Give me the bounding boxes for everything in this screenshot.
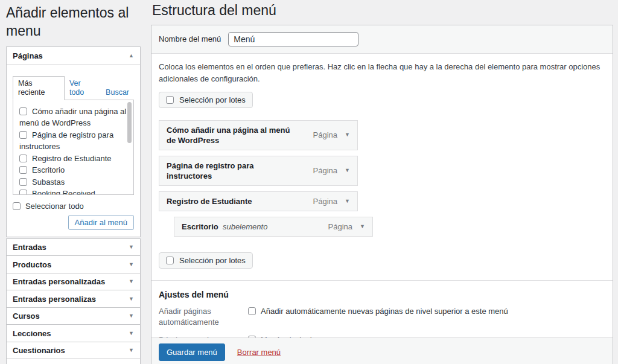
accordion-tareas[interactable]: Tareas▼ xyxy=(6,359,141,364)
tab-search[interactable]: Buscar xyxy=(101,86,134,100)
menu-name-input[interactable] xyxy=(228,32,358,46)
menu-editor-footer: Guardar menú Borrar menú xyxy=(151,337,613,364)
accordion-label: Productos xyxy=(13,260,51,269)
chevron-down-icon[interactable]: ▼ xyxy=(129,244,134,250)
collapse-arrow-icon[interactable]: ▲ xyxy=(129,53,134,59)
checkbox[interactable] xyxy=(19,131,27,139)
auto-add-label: Añadir páginas automáticamente xyxy=(159,306,248,328)
menu-settings-heading: Ajustes del menú xyxy=(159,290,605,299)
accordion-label: Entradas xyxy=(13,243,46,252)
bulk-select-checkbox[interactable] xyxy=(166,96,174,104)
chevron-down-icon[interactable]: ▼ xyxy=(129,262,134,267)
select-all-checkbox[interactable] xyxy=(13,202,21,210)
auto-add-setting-row: Añadir páginas automáticamente Añadir au… xyxy=(159,306,605,328)
pages-metabox-title: Páginas xyxy=(13,51,43,60)
chevron-down-icon[interactable]: ▼ xyxy=(129,331,134,336)
menu-name-label: Nombre del menú xyxy=(159,34,221,43)
accordion-label: Lecciones xyxy=(13,329,51,338)
page-checkbox-item[interactable]: Cómo añadir una página al menú de WordPr… xyxy=(19,106,127,129)
menu-structure-panel: Estructura del menú Nombre del menú Colo… xyxy=(151,0,613,364)
auto-add-checkbox-row[interactable]: Añadir automáticamente nuevas páginas de… xyxy=(248,306,508,316)
menu-item-card-sub[interactable]: Escritorio subelemento Página ▼ xyxy=(174,217,373,237)
add-to-menu-button[interactable]: Añadir al menú xyxy=(68,215,134,230)
chevron-down-icon[interactable]: ▼ xyxy=(129,296,134,302)
chevron-down-icon[interactable]: ▼ xyxy=(345,132,350,138)
settings-divider xyxy=(151,280,613,281)
menu-item-title: Página de registro para instructores xyxy=(167,161,296,181)
menu-item-title: Cómo añadir una página al menú de WordPr… xyxy=(167,125,296,145)
tab-view-all[interactable]: Ver todo xyxy=(65,77,101,100)
menu-item-card[interactable]: Página de registro para instructores Pág… xyxy=(159,156,358,186)
instructions-text: Coloca los elementos en el orden que pre… xyxy=(159,61,605,85)
accordion-lecciones[interactable]: Lecciones▼ xyxy=(6,324,141,342)
bulk-select-button-top[interactable]: Selección por lotes xyxy=(159,92,253,108)
page-checkbox-item[interactable]: Booking Received xyxy=(19,188,127,195)
page-checkbox-item[interactable]: Subastas xyxy=(19,176,127,188)
menu-name-bar: Nombre del menú xyxy=(151,25,613,54)
accordion-label: Cuestionarios xyxy=(13,346,65,355)
item-type-accordions: Entradas▼ Productos▼ Entradas personaliz… xyxy=(6,238,141,364)
page-checkbox-item[interactable]: Registro de Estudiante xyxy=(19,153,127,165)
chevron-down-icon[interactable]: ▼ xyxy=(345,199,350,204)
checkbox[interactable] xyxy=(19,155,27,162)
delete-menu-link[interactable]: Borrar menú xyxy=(237,348,281,357)
page-item-label: Escritorio xyxy=(32,165,65,174)
page-item-label: Subastas xyxy=(32,177,65,187)
chevron-down-icon[interactable]: ▼ xyxy=(129,313,134,319)
sidebar-title: Añadir elementos al menu xyxy=(6,4,141,40)
save-menu-button[interactable]: Guardar menú xyxy=(159,343,225,361)
page-item-label: Registro de Estudiante xyxy=(32,154,112,163)
menu-item-type: Página xyxy=(313,197,337,206)
bulk-select-label: Selección por lotes xyxy=(179,256,246,265)
page-checkbox-item[interactable]: Página de registro para instructores xyxy=(19,129,127,153)
sub-item-label: subelemento xyxy=(223,222,267,231)
menu-item-type: Página xyxy=(328,222,352,231)
menu-item-title: Registro de Estudiante xyxy=(167,196,252,206)
menu-item-card[interactable]: Cómo añadir una página al menú de WordPr… xyxy=(159,120,358,150)
menu-item-title: Escritorio subelemento xyxy=(182,222,267,232)
tab-most-recent[interactable]: Más reciente xyxy=(13,76,65,100)
accordion-entradas-personalizas[interactable]: Entradas personalizas▼ xyxy=(6,290,141,308)
accordion-entradas[interactable]: Entradas▼ xyxy=(6,238,141,257)
page-item-label: Booking Received xyxy=(32,189,95,195)
add-menu-items-panel: Añadir elementos al menu Páginas ▲ Más r… xyxy=(6,0,141,364)
bulk-select-checkbox[interactable] xyxy=(166,257,174,264)
menu-item-type: Página xyxy=(313,166,337,175)
menu-editor-body: Coloca los elementos en el orden que pre… xyxy=(151,54,613,337)
auto-add-checkbox-label: Añadir automáticamente nuevas páginas de… xyxy=(261,306,508,316)
chevron-down-icon[interactable]: ▼ xyxy=(345,168,350,173)
location-primary-checkbox[interactable] xyxy=(248,336,256,337)
menu-editor-panel: Nombre del menú Coloca los elementos en … xyxy=(151,25,613,364)
accordion-label: Entradas personalizadas xyxy=(13,277,105,286)
checkbox[interactable] xyxy=(19,190,27,195)
select-all-label: Seleccionar todo xyxy=(25,202,84,211)
list-scrollbar[interactable] xyxy=(127,102,132,143)
accordion-productos[interactable]: Productos▼ xyxy=(6,255,141,273)
chevron-down-icon[interactable]: ▼ xyxy=(129,279,134,284)
bulk-select-label: Selección por lotes xyxy=(179,95,246,104)
chevron-down-icon[interactable]: ▼ xyxy=(360,224,365,229)
chevron-down-icon[interactable]: ▼ xyxy=(129,348,134,353)
menu-item-type: Página xyxy=(313,130,337,139)
accordion-entradas-personalizadas[interactable]: Entradas personalizadas▼ xyxy=(6,273,141,291)
add-to-menu-row: Añadir al menú xyxy=(13,215,134,230)
pages-box-footer: Seleccionar todo Añadir al menú xyxy=(13,202,134,230)
page-checkbox-item[interactable]: Escritorio xyxy=(19,164,127,176)
pages-metabox: Páginas ▲ Más reciente Ver todo Buscar C… xyxy=(6,46,141,237)
menu-items-list: Cómo añadir una página al menú de WordPr… xyxy=(159,120,605,237)
accordion-label: Cursos xyxy=(13,311,40,321)
pages-metabox-header[interactable]: Páginas ▲ xyxy=(7,47,140,65)
accordion-cuestionarios[interactable]: Cuestionarios▼ xyxy=(6,342,141,360)
accordion-cursos[interactable]: Cursos▼ xyxy=(6,307,141,325)
page-item-label: Cómo añadir una página al menú de WordPr… xyxy=(19,107,126,128)
bulk-select-button-bottom[interactable]: Selección por lotes xyxy=(159,252,253,269)
pages-tabs: Más reciente Ver todo Buscar xyxy=(13,76,134,100)
pages-checklist: Cómo añadir una página al menú de WordPr… xyxy=(13,100,134,195)
checkbox[interactable] xyxy=(19,178,27,186)
checkbox[interactable] xyxy=(19,166,27,174)
menu-item-card[interactable]: Registro de Estudiante Página ▼ xyxy=(159,191,358,211)
select-all-row[interactable]: Seleccionar todo xyxy=(13,202,134,211)
checkbox[interactable] xyxy=(19,107,27,115)
accordion-label: Entradas personalizas xyxy=(13,295,96,304)
auto-add-checkbox[interactable] xyxy=(248,307,256,315)
